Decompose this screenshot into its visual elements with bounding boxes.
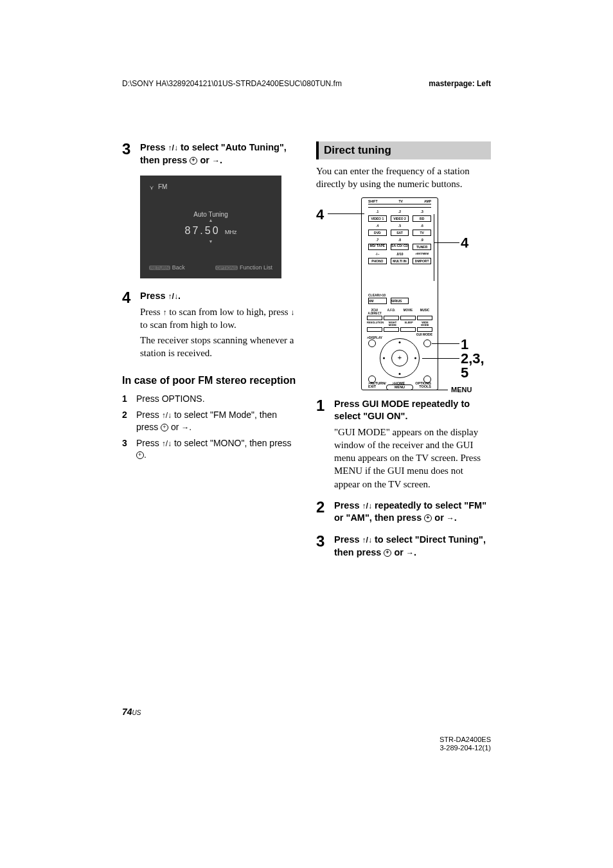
key-dvd: DVD [368, 230, 387, 236]
content-columns: 3 Press ↑/↓ to select "Auto Tuning", the… [122, 141, 491, 568]
left-column: 3 Press ↑/↓ to select "Auto Tuning", the… [122, 141, 297, 568]
substep-text: Press ↑/↓ to select "MONO", then press . [136, 437, 297, 462]
step-number: 3 [316, 534, 334, 561]
key-tv: TV [413, 230, 431, 236]
updown-icon: ↑/↓ [168, 292, 178, 301]
clear-label: CLEAR/>10 [368, 293, 386, 297]
substep-num: 2 [122, 409, 136, 433]
substep-3: 3 Press ↑/↓ to select "MONO", then press… [122, 437, 297, 462]
key-sat: SAT [391, 230, 409, 236]
frequency-display: 87.50 MHz [185, 225, 237, 237]
pointer-4-left: 4 [316, 206, 324, 223]
step-4-left: 4 Press ↑/↓. Press ↑ to scan from low to… [122, 290, 297, 363]
return-row: RETURN Back [149, 264, 185, 271]
down-arrow-icon: ↓ [290, 308, 294, 317]
step-4-para2: The receiver stops scanning whenever a s… [140, 334, 297, 360]
substep-2: 2 Press ↑/↓ to select "FM Mode", then pr… [122, 409, 297, 433]
updown-icon: ↑/↓ [168, 143, 178, 152]
amp-label: AMP [424, 199, 431, 203]
key-xm: XM [368, 298, 387, 304]
display-button [368, 339, 376, 347]
gui-mode-button [423, 339, 431, 347]
substep-text: Press OPTIONS. [136, 393, 297, 405]
step-3-title: Press ↑/↓ to select "Auto Tuning", then … [140, 141, 297, 167]
step-3-title: Press ↑/↓ to select "Direct Tuning", the… [334, 534, 491, 559]
keypad-grid: .1 .2 .3 VIDEO 1 VIDEO 2 BD .4 .5 .6 DVD… [368, 210, 431, 264]
shift-label: SHIFT [368, 199, 377, 203]
key-phono: PHONO [368, 258, 387, 264]
right-arrow-icon: → [212, 156, 220, 165]
enter-icon [384, 549, 391, 557]
step-1-para: "GUI MODE" appears on the display window… [334, 426, 491, 491]
substep-num: 3 [122, 437, 136, 462]
osd-screenshot: FM Auto Tuning ▲ 87.50 MHz ▼ RETURN Back… [140, 176, 281, 278]
file-path: D:\SONY HA\3289204121\01US-STRDA2400ESUC… [122, 79, 342, 88]
poor-reception-heading: In case of poor FM stereo reception [122, 374, 297, 386]
pointer-4-right: 4 [461, 235, 468, 251]
key-md: MD/ TAPE [368, 244, 387, 250]
svg-point-0 [151, 188, 152, 189]
updown-icon: ↑/↓ [162, 439, 172, 448]
step-1-right: 1 Press GUI MODE repeatedly to select "G… [316, 398, 491, 493]
updown-icon: ↑/↓ [362, 502, 372, 511]
enter-button: + [391, 350, 408, 366]
enter-icon [424, 514, 432, 522]
masterpage-label: masterpage: Left [429, 79, 491, 88]
step-number: 3 [122, 141, 140, 169]
step-2-right: 2 Press ↑/↓ repeatedly to select "FM" or… [316, 500, 491, 527]
antenna-icon [149, 185, 154, 190]
remote-figure: SHIFT TV AMP .1 .2 .3 VIDEO 1 VIDEO 2 BD… [316, 197, 491, 390]
options-row: OPTIONS Function List [215, 264, 272, 271]
step-number: 2 [316, 500, 334, 527]
step-1-title: Press GUI MODE repeatedly to select "GUI… [334, 398, 491, 423]
band-label: FM [158, 183, 167, 190]
key-dmport: DMPORT [413, 258, 431, 264]
enter-icon [136, 451, 144, 459]
updown-icon: ↑/↓ [362, 536, 372, 545]
substep-1: 1 Press OPTIONS. [122, 393, 297, 405]
key-multiin: MULTI IN [391, 258, 409, 264]
right-arrow-icon: → [447, 514, 454, 523]
substep-num: 1 [122, 393, 136, 405]
footer-model: STR-DA2400ES 3-289-204-12(1) [440, 736, 491, 752]
gui-mode-label: GUI MODE [416, 333, 432, 336]
running-header: D:\SONY HA\3289204121\01US-STRDA2400ESUC… [122, 79, 491, 88]
right-arrow-icon: → [181, 423, 189, 432]
pointer-menu: MENU [451, 386, 472, 393]
key-bd: BD [413, 215, 431, 222]
up-triangle-icon: ▲ [209, 218, 213, 222]
step-4-para1: Press ↑ to scan from low to high, press … [140, 305, 297, 332]
step-2-title: Press ↑/↓ repeatedly to select "FM" or "… [334, 500, 491, 525]
enter-icon [161, 424, 168, 431]
key-video2: VIDEO 2 [391, 215, 409, 222]
updown-icon: ↑/↓ [162, 411, 172, 420]
tv-label: TV [398, 199, 402, 203]
dpad: + [380, 338, 420, 378]
pointer-235: 2,3, 5 [461, 352, 484, 380]
step-3-left: 3 Press ↑/↓ to select "Auto Tuning", the… [122, 141, 297, 169]
right-arrow-icon: → [406, 548, 414, 557]
step-3-right: 3 Press ↑/↓ to select "Direct Tuning", t… [316, 534, 491, 561]
step-4-title: Press ↑/↓. [140, 290, 297, 303]
key-sirius: SIRIUS [391, 298, 409, 304]
substep-text: Press ↑/↓ to select "FM Mode", then pres… [136, 409, 297, 433]
section-heading: Direct tuning [316, 141, 491, 159]
right-column: Direct tuning You can enter the frequenc… [316, 141, 491, 568]
page-number: 74US [122, 707, 141, 717]
mode-label: Auto Tuning [193, 211, 227, 218]
key-video1: VIDEO 1 [368, 215, 387, 222]
step-number: 4 [122, 290, 140, 363]
down-triangle-icon: ▼ [209, 239, 213, 244]
section-intro: You can enter the frequency of a station… [316, 165, 491, 191]
key-tuner: TUNER [413, 244, 431, 250]
enter-icon [190, 157, 197, 165]
menu-button: MENU [386, 384, 413, 390]
remote-outline: SHIFT TV AMP .1 .2 .3 VIDEO 1 VIDEO 2 BD… [361, 197, 438, 390]
step-number: 1 [316, 398, 334, 493]
key-cd: SA-CD/ CD [391, 244, 409, 250]
